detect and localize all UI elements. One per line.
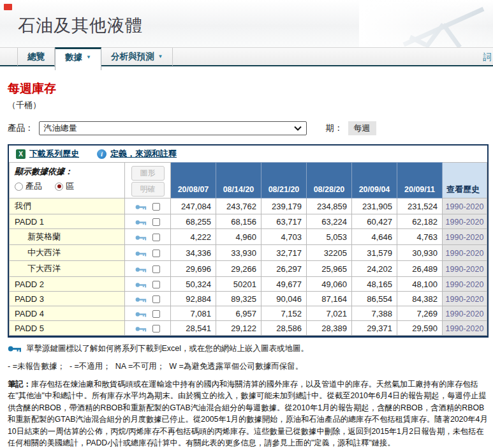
row-checkbox[interactable] (152, 234, 160, 241)
value-cell: 4,960 (216, 229, 261, 245)
show-data-by-cell: 顯示數據依據： 產品 區 (10, 163, 125, 198)
history-link[interactable]: 1990-2020 (446, 202, 484, 211)
radio-product-icon[interactable] (15, 183, 23, 191)
row-checkbox[interactable] (152, 250, 160, 257)
row-label: PADD 5 (10, 321, 125, 336)
key-icon (8, 345, 22, 352)
radio-product-label: 產品 (26, 181, 42, 192)
radio-area-icon[interactable] (55, 183, 63, 191)
value-cell: 24,202 (352, 261, 397, 277)
value-cell: 4,646 (352, 229, 397, 245)
key-icon[interactable] (135, 311, 147, 317)
date-column-header: 08/14/20 (216, 163, 261, 198)
row-checkbox[interactable] (152, 310, 160, 318)
tab-bar: 總覽 數據▼ 分析與預測▼ 詞 (0, 47, 493, 66)
main-content: 每週庫存 （千桶） 產品： 汽油總量 期： 每週 X 下載系列歷史 i 定義，來… (0, 80, 493, 448)
row-controls (125, 229, 171, 245)
key-icon[interactable] (135, 267, 147, 273)
glossary-link[interactable]: 詞 (483, 52, 492, 63)
row-label: 我們 (10, 198, 125, 214)
row-checkbox[interactable] (152, 203, 160, 211)
value-cell: 26,297 (261, 261, 307, 277)
key-icon[interactable] (135, 282, 147, 288)
action-buttons-cell: 圖形 明確 (125, 163, 171, 198)
radio-product[interactable]: 產品 (15, 181, 42, 192)
value-cell: 50,324 (171, 277, 216, 292)
chevron-down-icon (294, 126, 302, 131)
row-checkbox[interactable] (152, 295, 160, 303)
radio-area[interactable]: 區 (55, 181, 74, 192)
row-checkbox[interactable] (152, 265, 160, 273)
history-link[interactable]: 1990-2020 (446, 218, 484, 227)
definitions-sources-link[interactable]: 定義，來源和註釋 (110, 148, 177, 160)
table-row: 我們247,084243,762239,179234,859231,905231… (10, 198, 487, 214)
history-link[interactable]: 1990-2020 (446, 280, 484, 289)
key-icon[interactable] (135, 297, 147, 302)
history-cell: 1990-2020 (443, 261, 487, 277)
date-column-header: 08/21/20 (261, 163, 307, 198)
row-checkbox[interactable] (152, 325, 160, 332)
tab-overview[interactable]: 總覽 (17, 48, 55, 66)
key-icon[interactable] (135, 326, 147, 332)
info-icon[interactable]: i (97, 149, 107, 159)
value-cell: 34,336 (171, 245, 216, 261)
value-cell: 92,884 (171, 292, 216, 306)
table-header-row: 顯示數據依據： 產品 區 圖 (10, 163, 487, 198)
history-cell: 1990-2020 (443, 214, 487, 229)
key-icon[interactable] (135, 204, 147, 210)
tab-analysis-projections[interactable]: 分析與預測▼ (101, 48, 173, 66)
download-series-link[interactable]: 下載系列歷史 (29, 148, 79, 160)
row-label: PADD 3 (10, 292, 125, 306)
row-controls (125, 214, 171, 229)
history-link[interactable]: 1990-2020 (446, 233, 484, 242)
history-cell: 1990-2020 (443, 229, 487, 245)
row-checkbox[interactable] (152, 281, 160, 288)
table-row: PADD 168,25568,15663,71763,22460,42762,1… (10, 214, 487, 229)
excel-icon[interactable]: X (16, 149, 26, 159)
history-link[interactable]: 1990-2020 (446, 310, 484, 318)
tab-overview-label: 總覽 (27, 52, 45, 61)
row-controls (125, 277, 171, 292)
tab-data[interactable]: 數據▼ (55, 47, 101, 70)
value-cell: 49,060 (307, 277, 352, 292)
history-link[interactable]: 1990-2020 (446, 265, 484, 274)
value-cell: 62,182 (397, 214, 443, 229)
row-controls (125, 198, 171, 214)
history-link[interactable]: 1990-2020 (446, 324, 484, 333)
history-link[interactable]: 1990-2020 (446, 295, 484, 304)
product-select-value: 汽油總量 (44, 123, 77, 134)
value-cell: 7,269 (397, 306, 443, 321)
value-cell: 68,156 (216, 214, 261, 229)
page-marker-icon (4, 4, 12, 10)
value-cell: 87,164 (307, 292, 352, 306)
value-cell: 7,081 (171, 306, 216, 321)
clear-button[interactable]: 明確 (131, 182, 165, 197)
row-checkbox[interactable] (152, 218, 160, 226)
value-cell: 63,717 (261, 214, 307, 229)
key-icon[interactable] (135, 235, 147, 241)
key-icon[interactable] (135, 220, 147, 225)
date-column-header: 20/08/07 (171, 163, 216, 198)
value-cell: 63,224 (307, 214, 352, 229)
data-table-container: X 下載系列歷史 i 定義，來源和註釋 顯示數據依據： (8, 144, 489, 338)
value-cell: 4,703 (261, 229, 307, 245)
history-cell: 1990-2020 (443, 292, 487, 306)
value-cell: 234,859 (307, 198, 352, 214)
radio-area-label: 區 (66, 181, 74, 192)
period-weekly-button[interactable]: 每週 (348, 121, 376, 135)
value-cell: 7,152 (261, 306, 307, 321)
value-cell: 7,388 (352, 306, 397, 321)
table-row: PADD 392,88489,32590,04687,16486,55484,3… (10, 292, 487, 306)
value-cell: 7,021 (307, 306, 352, 321)
row-controls (125, 306, 171, 321)
value-cell: 68,255 (171, 214, 216, 229)
history-link[interactable]: 1990-2020 (446, 249, 484, 258)
table-row: PADD 528,54129,12228,58628,38929,37129,5… (10, 321, 487, 336)
product-select[interactable]: 汽油總量 (39, 121, 307, 135)
value-cell: 29,122 (216, 321, 261, 336)
footnote: 筆記：庫存包括在煉油廠和散貨碼頭或在運輸途中持有的國內和海關清算的國外庫存，以及… (8, 378, 489, 448)
value-cell: 90,046 (261, 292, 307, 306)
key-icon[interactable] (135, 251, 147, 257)
row-label: PADD 2 (10, 277, 125, 292)
graph-button[interactable]: 圖形 (131, 166, 165, 181)
